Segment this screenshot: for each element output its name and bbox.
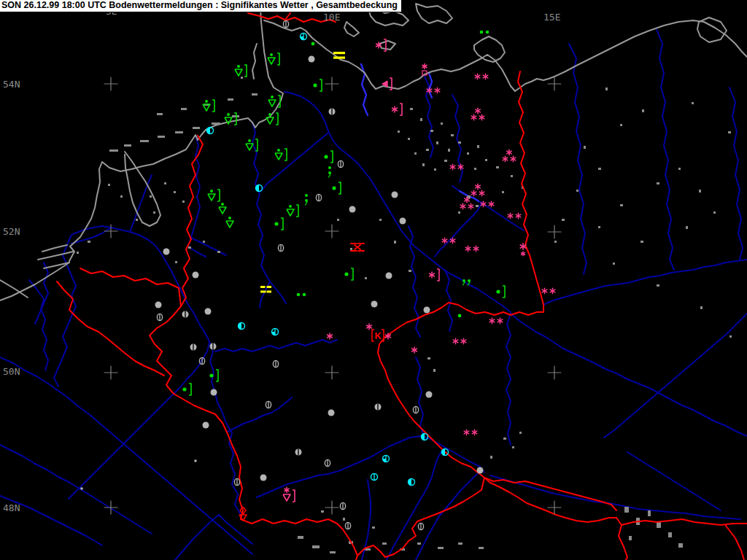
terrain-speck xyxy=(120,195,123,198)
symbol-shape xyxy=(260,475,267,481)
drizzle-symbol xyxy=(328,166,331,177)
terrain-speck xyxy=(153,211,155,214)
river-line xyxy=(71,228,111,244)
symbol-shape xyxy=(458,314,462,318)
snow-symbol xyxy=(430,269,439,281)
terrain-speck xyxy=(193,127,200,129)
terrain-speck xyxy=(414,152,417,155)
symbol-shape xyxy=(182,387,186,391)
symbol-shape xyxy=(386,273,392,279)
cloud-cover-symbol xyxy=(199,357,204,364)
terrain-speck xyxy=(408,138,410,140)
terrain-speck xyxy=(502,191,504,193)
symbol-shape xyxy=(268,58,275,64)
country-border xyxy=(378,303,543,478)
cloud-cover-symbol xyxy=(325,459,330,466)
terrain-speck xyxy=(620,124,622,126)
symbol-shape xyxy=(296,205,298,217)
grid-cross xyxy=(325,366,338,379)
terrain-speck xyxy=(365,277,367,279)
symbol-shape xyxy=(205,308,212,315)
terrain-speck xyxy=(108,184,110,186)
cloud-cover-symbol xyxy=(340,502,345,509)
cloud-cover-symbol xyxy=(442,449,449,456)
symbol-shape xyxy=(293,490,295,502)
cloud-cover-symbol xyxy=(316,194,321,201)
snow-symbol xyxy=(508,213,521,219)
symbol-shape xyxy=(270,53,273,56)
terrain-speck xyxy=(678,543,683,548)
symbol-stroke xyxy=(463,282,465,285)
river-line xyxy=(416,357,425,438)
weather-map-window: SON 26.12.99 18:00 UTC Bodenwettermeldun… xyxy=(0,0,747,560)
symbol-shape xyxy=(277,149,280,152)
rain-shower-symbol xyxy=(208,190,220,201)
cloud-cover-symbol xyxy=(190,344,197,351)
terrain-speck xyxy=(598,226,600,228)
symbol-shape xyxy=(289,205,292,208)
snow-symbol xyxy=(503,149,516,162)
weather-map-canvas: 5E10E15E54N52N50N48NK xyxy=(0,0,747,560)
snow-symbol xyxy=(471,184,484,196)
symbol-shape xyxy=(297,293,301,297)
rain-shower-symbol xyxy=(226,217,233,228)
coastline xyxy=(474,36,505,62)
terrain-speck xyxy=(629,536,632,540)
coastline xyxy=(38,252,73,260)
terrain-speck xyxy=(467,152,469,155)
coastline xyxy=(69,0,283,261)
terrain-speck xyxy=(241,77,243,79)
symbol-shape xyxy=(234,113,236,125)
snow-symbol xyxy=(328,333,333,339)
cloud-cover-symbol xyxy=(329,109,336,115)
terrain-speck xyxy=(648,510,651,516)
snow-symbol xyxy=(489,318,503,324)
symbol-shape xyxy=(271,96,274,98)
river-line xyxy=(569,44,587,274)
terrain-speck xyxy=(182,201,185,203)
snow-symbol xyxy=(450,164,463,170)
grid-label: 54N xyxy=(3,79,20,90)
grid-cross xyxy=(104,501,117,514)
terrain-speck xyxy=(228,98,233,101)
terrain-speck xyxy=(203,241,205,243)
symbol-shape xyxy=(287,209,294,216)
cloud-cover-symbol xyxy=(409,479,415,486)
terrain-speck xyxy=(479,547,484,549)
snow-symbol xyxy=(464,429,477,435)
terrain-speck xyxy=(343,518,345,521)
cloud-cover-symbol xyxy=(386,273,392,279)
coastline xyxy=(379,41,395,50)
rain-symbol xyxy=(332,182,341,194)
symbol-shape xyxy=(344,272,348,276)
terrain-speck xyxy=(140,140,149,142)
river-line xyxy=(69,394,174,499)
terrain-speck xyxy=(519,432,522,434)
symbol-stroke xyxy=(329,174,331,177)
coastline xyxy=(42,245,67,252)
terrain-speck xyxy=(624,507,629,513)
coastline xyxy=(264,20,747,91)
terrain-speck xyxy=(448,149,450,152)
terrain-speck xyxy=(150,195,152,198)
terrain-speck xyxy=(728,131,731,133)
terrain-speck xyxy=(434,168,436,171)
country-border xyxy=(484,478,616,510)
cloud-cover-symbol xyxy=(328,410,335,416)
cloud-cover-symbol xyxy=(203,422,209,429)
terrain-speck xyxy=(657,182,659,184)
terrain-speck xyxy=(427,357,430,359)
terrain-speck xyxy=(613,262,615,265)
river-line xyxy=(729,88,743,260)
terrain-speck xyxy=(312,545,320,548)
symbol-shape xyxy=(260,286,266,288)
terrain-speck xyxy=(175,131,183,133)
terrain-speck xyxy=(598,168,601,170)
symbol-shape xyxy=(400,218,406,225)
terrain-speck xyxy=(158,136,165,138)
terrain-speck xyxy=(77,252,79,254)
cloud-cover-symbol xyxy=(273,360,278,367)
symbol-shape xyxy=(503,286,505,298)
grid-cross xyxy=(104,366,117,379)
river-line xyxy=(435,186,481,257)
